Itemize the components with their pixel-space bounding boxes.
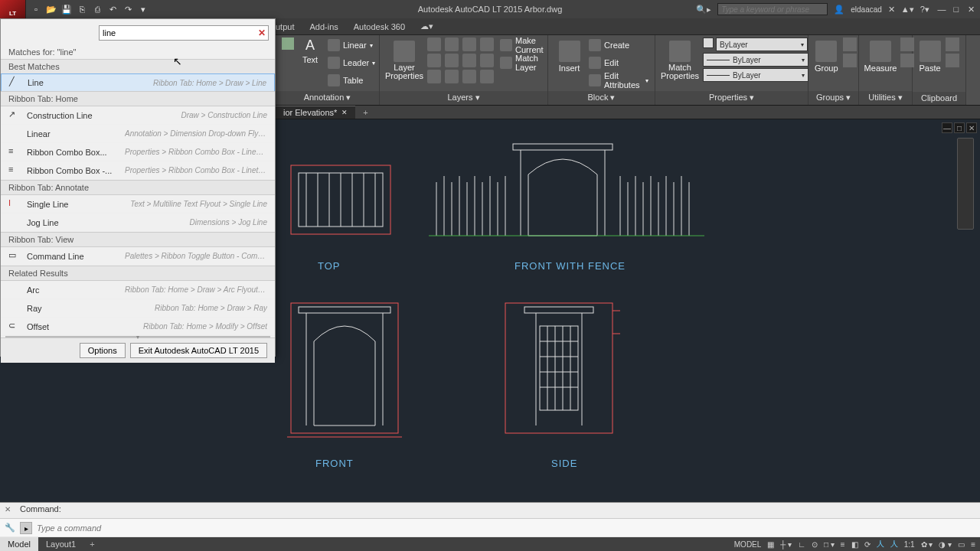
viewport-minimize-icon[interactable]: — (942, 122, 952, 133)
edit-attributes-button[interactable]: Edit Attributes▾ (589, 73, 648, 88)
settings-icon[interactable]: ✿ ▾ (921, 540, 933, 549)
panel-groups-label[interactable]: Groups ▾ (808, 91, 858, 105)
layer-ic[interactable] (445, 54, 459, 67)
command-input[interactable] (37, 523, 975, 533)
add-layout-button[interactable]: + (83, 540, 100, 549)
isolate-icon[interactable]: ◑ ▾ (939, 540, 952, 549)
options-button[interactable]: Options (80, 343, 126, 358)
layer-ic[interactable] (462, 54, 476, 67)
infocenter-search-icon[interactable]: 🔍▸ (696, 5, 711, 15)
layer-ic[interactable] (445, 70, 459, 83)
result-linear[interactable]: Linear Annotation > Dimension Drop-down … (1, 125, 275, 143)
search-query-input[interactable] (99, 25, 269, 41)
result-single-line[interactable]: I Single Line Text > Multiline Text Flyo… (1, 195, 275, 214)
edit-block-button[interactable]: Edit (589, 55, 648, 70)
measure-button[interactable]: Measure (865, 37, 896, 73)
qat-dropdown-icon[interactable]: ▾ (138, 4, 149, 15)
layer-properties-button[interactable]: Layer Properties (386, 37, 423, 80)
annoscale-icon[interactable]: 人 (877, 539, 884, 549)
match-properties-button[interactable]: Match Properties (662, 37, 698, 80)
redo-icon[interactable]: ↷ (122, 4, 133, 15)
clip-ic[interactable] (946, 37, 959, 51)
clip-ic[interactable] (946, 54, 959, 67)
result-construction-line[interactable]: ↗ Construction Line Draw > Construction … (1, 106, 275, 125)
scale-label[interactable]: 1:1 (904, 540, 915, 549)
group-button[interactable]: Group (815, 37, 838, 73)
osnap-icon[interactable]: □ ▾ (824, 540, 835, 549)
tab-featured-icon[interactable]: ☁▾ (420, 21, 433, 31)
cycling-icon[interactable]: ⟳ (864, 540, 871, 549)
color-dropdown[interactable]: ByLayer (716, 37, 808, 51)
document-tab[interactable]: ior Elevations*✕ (276, 106, 355, 119)
undo-icon[interactable]: ↶ (107, 4, 118, 15)
layer-ic[interactable] (480, 70, 494, 83)
maximize-button[interactable]: □ (950, 5, 962, 14)
viewport-close-icon[interactable]: ✕ (966, 122, 977, 133)
command-line[interactable]: 🔧 ▸ (0, 518, 980, 536)
polar-icon[interactable]: ⊙ (812, 540, 818, 549)
close-icon[interactable]: ✕ (5, 505, 11, 514)
layer-ic[interactable] (480, 54, 494, 67)
layer-ic[interactable] (445, 37, 459, 51)
result-combo-lineweight[interactable]: ≡ Ribbon Combo Box... Properties > Ribbo… (1, 143, 275, 161)
cleanscreen-icon[interactable]: ▭ (958, 540, 965, 549)
tab-autodesk360[interactable]: Autodesk 360 (354, 22, 405, 31)
open-icon[interactable]: 📂 (46, 4, 57, 15)
panel-block-label[interactable]: Block ▾ (548, 91, 655, 105)
stayconnected-icon[interactable]: ▲▾ (901, 5, 914, 15)
scroll-more-indicator[interactable] (5, 336, 270, 337)
hatch-icon[interactable] (282, 37, 294, 50)
layer-ic[interactable] (427, 54, 441, 67)
panel-layers-label[interactable]: Layers ▾ (380, 91, 547, 105)
layer-ic[interactable] (462, 70, 476, 83)
linetype-dropdown[interactable]: ByLayer (703, 68, 808, 82)
close-button[interactable]: ✕ (965, 5, 977, 15)
new-icon[interactable]: ▫ (31, 4, 41, 15)
table-button[interactable]: Table (328, 73, 375, 88)
annoscale2-icon[interactable]: 人 (890, 539, 898, 549)
exchange-icon[interactable]: ✕ (888, 5, 895, 15)
result-command-line[interactable]: ▭ Command Line Palettes > Ribbon Toggle … (1, 247, 275, 266)
ortho-icon[interactable]: ∟ (798, 540, 805, 549)
lineweight-icon[interactable]: ≡ (841, 540, 845, 549)
result-arc[interactable]: Arc Ribbon Tab: Home > Draw > Arc Flyout… (1, 281, 275, 299)
snap-icon[interactable]: ┼ ▾ (780, 540, 792, 549)
result-combo-linetype[interactable]: ≡ Ribbon Combo Box -... Properties > Rib… (1, 161, 275, 180)
panel-utilities-label[interactable]: Utilities ▾ (859, 91, 912, 105)
group-ic[interactable] (843, 54, 857, 67)
navigation-bar[interactable] (957, 138, 974, 230)
clear-search-icon[interactable]: ✕ (258, 28, 266, 38)
panel-annotation-label[interactable]: Annotation ▾ (276, 91, 379, 105)
tab-addins[interactable]: Add-ins (309, 22, 338, 31)
result-ray[interactable]: Ray Ribbon Tab: Home > Draw > Ray (1, 299, 275, 318)
text-button[interactable]: A Text (297, 37, 323, 64)
exit-button[interactable]: Exit Autodesk AutoCAD LT 2015 (130, 343, 267, 358)
infocenter-search-input[interactable] (717, 3, 828, 15)
linear-button[interactable]: Linear▾ (328, 37, 375, 53)
app-menu-button[interactable]: LT (0, 0, 26, 18)
customize-status-icon[interactable]: ≡ (971, 540, 975, 549)
result-line[interactable]: ╱ Line Ribbon Tab: Home > Draw > Line (1, 73, 275, 92)
viewport-maximize-icon[interactable]: □ (954, 122, 965, 133)
match-layer-button[interactable]: Match Layer (500, 55, 544, 70)
make-current-button[interactable]: Make Current (500, 37, 544, 53)
color-swatch[interactable] (703, 37, 714, 48)
minimize-button[interactable]: — (936, 5, 948, 14)
saveas-icon[interactable]: ⎘ (77, 4, 87, 15)
new-tab-button[interactable]: + (357, 108, 374, 117)
model-tab[interactable]: Model (0, 537, 38, 551)
close-icon[interactable]: ✕ (341, 109, 348, 116)
layer-ic[interactable] (480, 37, 494, 51)
paste-button[interactable]: Paste (919, 37, 941, 73)
print-icon[interactable]: ⎙ (92, 4, 103, 15)
layout1-tab[interactable]: Layout1 (38, 537, 83, 551)
group-ic[interactable] (843, 37, 857, 51)
lineweight-dropdown[interactable]: ByLayer (703, 53, 808, 67)
layer-ic[interactable] (427, 37, 441, 51)
layer-ic[interactable] (462, 37, 476, 51)
insert-button[interactable]: Insert (554, 37, 584, 73)
panel-properties-label[interactable]: Properties ▾ (655, 91, 808, 105)
status-model-label[interactable]: MODEL (734, 540, 762, 549)
layer-ic[interactable] (427, 70, 441, 83)
result-jog-line[interactable]: Jog Line Dimensions > Jog Line (1, 214, 275, 232)
